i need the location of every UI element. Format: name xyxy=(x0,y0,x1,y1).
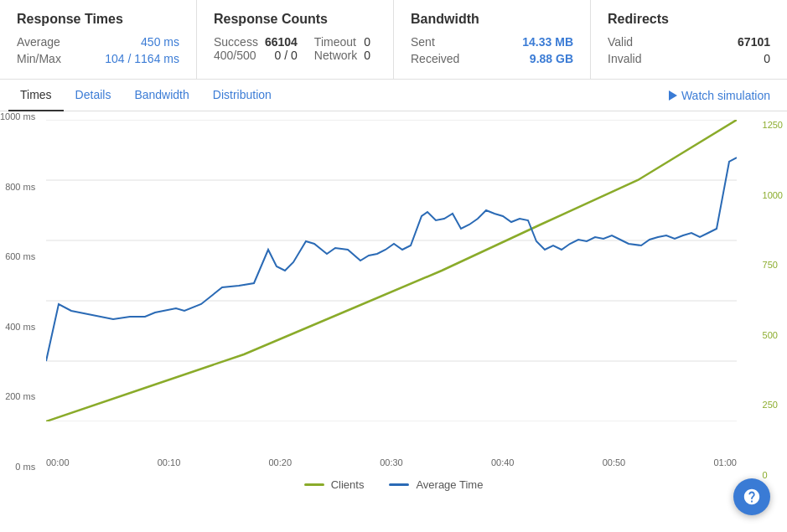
network-row: Network 0 xyxy=(314,49,370,62)
avg-time-line xyxy=(46,158,737,361)
response-times-card: Response Times Average 450 ms Min/Max 10… xyxy=(0,0,197,79)
legend-avg-time: Average Time xyxy=(389,478,483,491)
response-counts-title: Response Counts xyxy=(214,12,376,27)
watch-simulation-button[interactable]: Watch simulation xyxy=(660,82,779,109)
y-axis-right: 0 250 500 750 1000 1250 xyxy=(756,120,783,480)
y-left-1000: 1000 ms xyxy=(0,111,35,121)
y-left-800: 800 ms xyxy=(5,182,35,192)
x-label-0: 00:00 xyxy=(46,457,70,467)
network-label: Network xyxy=(314,49,357,62)
network-value: 0 xyxy=(364,49,370,62)
y-right-0: 0 xyxy=(763,470,768,480)
tab-times[interactable]: Times xyxy=(8,80,64,111)
minmax-row: Min/Max 104 / 1164 ms xyxy=(17,52,179,65)
help-icon xyxy=(743,488,761,506)
timeout-label: Timeout xyxy=(314,35,356,49)
avg-time-legend-label: Average Time xyxy=(416,478,483,491)
play-icon xyxy=(669,90,677,101)
x-label-10: 00:10 xyxy=(158,457,181,467)
minmax-label: Min/Max xyxy=(17,52,61,65)
y-left-600: 600 ms xyxy=(5,251,35,261)
top-cards: Response Times Average 450 ms Min/Max 10… xyxy=(0,0,787,80)
tabs-bar: Times Details Bandwidth Distribution Wat… xyxy=(0,80,787,111)
tab-details[interactable]: Details xyxy=(64,80,123,111)
received-label: Received xyxy=(411,52,459,65)
invalid-value: 0 xyxy=(764,52,770,65)
received-row: Received 9.88 GB xyxy=(411,52,573,65)
x-label-30: 00:30 xyxy=(380,457,403,467)
x-label-20: 00:20 xyxy=(268,457,292,467)
y-right-250: 250 xyxy=(763,400,778,410)
status-label: 400/500 xyxy=(214,49,256,62)
y-axis-left: 0 ms 200 ms 400 ms 600 ms 800 ms 1000 ms xyxy=(0,111,42,472)
valid-row: Valid 67101 xyxy=(608,35,770,49)
watch-simulation-label: Watch simulation xyxy=(681,89,770,102)
invalid-label: Invalid xyxy=(608,52,641,65)
timeout-row: Timeout 0 xyxy=(314,35,370,49)
valid-value: 67101 xyxy=(738,35,770,49)
average-value: 450 ms xyxy=(141,35,179,49)
x-label-50: 00:50 xyxy=(603,457,626,467)
response-times-title: Response Times xyxy=(17,12,179,27)
legend-clients: Clients xyxy=(304,478,365,491)
y-right-750: 750 xyxy=(763,260,778,270)
status-value: 0 / 0 xyxy=(275,49,298,62)
x-label-60: 01:00 xyxy=(713,457,737,467)
success-label: Success xyxy=(214,35,258,49)
bandwidth-title: Bandwidth xyxy=(411,12,573,27)
success-row: Success 66104 xyxy=(214,35,298,49)
bandwidth-card: Bandwidth Sent 14.33 MB Received 9.88 GB xyxy=(394,0,591,79)
clients-legend-line xyxy=(304,483,324,486)
invalid-row: Invalid 0 xyxy=(608,52,770,65)
fab-button[interactable] xyxy=(733,478,770,515)
minmax-value: 104 / 1164 ms xyxy=(105,52,179,65)
clients-legend-label: Clients xyxy=(331,478,365,491)
avg-time-legend-line xyxy=(389,483,409,486)
sent-label: Sent xyxy=(411,35,435,49)
x-axis: 00:00 00:10 00:20 00:30 00:40 00:50 01:0… xyxy=(46,457,737,467)
y-left-400: 400 ms xyxy=(5,322,35,332)
sent-row: Sent 14.33 MB xyxy=(411,35,573,49)
y-left-200: 200 ms xyxy=(5,391,35,401)
chart-svg xyxy=(46,120,737,421)
chart-area: 0 ms 200 ms 400 ms 600 ms 800 ms 1000 ms… xyxy=(0,111,787,472)
tab-distribution[interactable]: Distribution xyxy=(201,80,283,111)
tab-bandwidth[interactable]: Bandwidth xyxy=(122,80,200,111)
response-counts-card: Response Counts Success 66104 400/500 0 … xyxy=(197,0,394,79)
timeout-value: 0 xyxy=(364,35,370,49)
valid-label: Valid xyxy=(608,35,633,49)
status-row: 400/500 0 / 0 xyxy=(214,49,298,62)
received-value: 9.88 GB xyxy=(530,52,573,65)
average-label: Average xyxy=(17,35,60,49)
clients-line xyxy=(46,120,737,421)
average-row: Average 450 ms xyxy=(17,35,179,49)
success-value: 66104 xyxy=(265,35,298,49)
y-right-1250: 1250 xyxy=(763,120,783,130)
sent-value: 14.33 MB xyxy=(522,35,573,49)
x-label-40: 00:40 xyxy=(491,457,515,467)
redirects-title: Redirects xyxy=(608,12,770,27)
redirects-card: Redirects Valid 67101 Invalid 0 xyxy=(591,0,787,79)
chart-legend: Clients Average Time xyxy=(0,472,787,494)
y-left-0: 0 ms xyxy=(15,462,35,472)
y-right-1000: 1000 xyxy=(763,190,783,200)
y-right-500: 500 xyxy=(763,330,778,340)
